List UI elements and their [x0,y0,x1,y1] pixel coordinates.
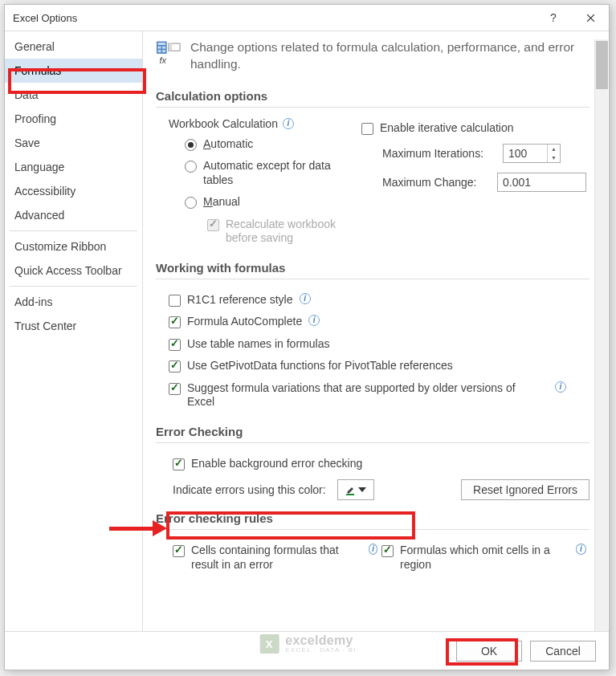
sidebar-item-language[interactable]: Language [5,155,142,179]
sidebar-item-label: Accessibility [14,185,75,198]
svg-rect-2 [158,47,161,49]
check-suggest-variations[interactable] [169,383,181,395]
check-table-names[interactable] [169,339,181,351]
content-scrollbar[interactable] [594,39,608,631]
sidebar-item-label: Customize Ribbon [14,240,106,253]
titlebar: Excel Options ? [5,5,609,31]
sidebar-item-label: General [14,40,55,53]
indicate-errors-label: Indicate errors using this color: [173,483,326,498]
max-iter-label: Maximum Iterations: [382,147,495,160]
sidebar-item-data[interactable]: Data [5,83,142,107]
svg-rect-9 [346,494,354,495]
svg-rect-4 [158,50,161,52]
sidebar-item-label: Trust Center [14,320,76,332]
info-icon[interactable]: i [283,118,294,129]
intro-text: Change options related to formula calcul… [190,39,589,73]
ok-button[interactable]: OK [456,641,522,662]
dialog-footer: OK Cancel [5,631,609,670]
sidebar-item-label: Proofing [14,112,56,125]
info-icon[interactable]: i [576,544,586,555]
radio-automatic[interactable] [185,139,197,151]
sidebar-item-label: Add-ins [14,295,52,308]
check-background-error[interactable] [173,458,185,470]
radio-auto-except[interactable] [185,161,197,173]
section-error-checking: Error Checking [156,420,589,443]
svg-rect-1 [158,43,165,45]
sidebar-item-save[interactable]: Save [5,131,142,155]
svg-rect-5 [162,50,165,52]
dialog-title: Excel Options [13,12,77,24]
sidebar-item-addins[interactable]: Add-ins [5,290,142,314]
section-calculation-options: Calculation options [156,84,589,108]
sidebar-item-trust-center[interactable]: Trust Center [5,314,142,338]
sidebar-item-advanced[interactable]: Advanced [5,203,142,227]
radio-manual[interactable] [185,197,197,209]
info-icon[interactable]: i [308,315,320,326]
reset-ignored-errors-button[interactable]: Reset Ignored Errors [461,479,589,500]
sidebar-item-accessibility[interactable]: Accessibility [5,179,142,203]
check-r1c1[interactable] [169,295,181,307]
help-button[interactable]: ? [535,5,572,31]
check-iterative[interactable] [361,123,373,135]
svg-text:fx: fx [160,55,167,65]
fill-icon [345,484,356,495]
workbook-calc-label: Workbook Calculationi [169,117,345,130]
info-icon[interactable]: i [369,544,377,555]
content-pane: fx Change options related to formula cal… [143,31,609,631]
sidebar-item-label: Language [14,161,64,173]
svg-rect-3 [162,47,165,49]
sidebar-item-customize-ribbon[interactable]: Customize Ribbon [5,234,142,259]
sidebar-item-label: Quick Access Toolbar [14,264,122,277]
info-icon[interactable]: i [300,293,311,304]
chevron-down-icon [358,487,366,492]
check-getpivotdata[interactable] [169,360,181,373]
sidebar: General Formulas Data Proofing Save Lang… [5,31,143,631]
sidebar-item-label: Formulas [14,64,61,77]
max-change-label: Maximum Change: [382,176,489,189]
max-change-input[interactable]: 0.001 [497,173,586,192]
section-error-rules: Error checking rules [156,507,589,530]
close-button[interactable] [572,5,609,31]
sidebar-item-label: Data [14,88,39,101]
sidebar-item-proofing[interactable]: Proofing [5,107,142,131]
info-icon[interactable]: i [555,381,566,393]
sidebar-item-label: Advanced [14,209,64,222]
check-formulas-omit-cells[interactable] [381,545,394,557]
excel-options-dialog: Excel Options ? General Formulas Data Pr… [4,4,610,670]
check-cells-formula-error[interactable] [173,545,185,557]
sidebar-item-formulas[interactable]: Formulas [5,59,142,83]
section-working-formulas: Working with formulas [156,256,589,279]
check-recalc-before-save [207,219,219,231]
cancel-button[interactable]: Cancel [530,641,596,662]
check-autocomplete[interactable] [169,316,181,328]
svg-rect-7 [168,43,172,51]
error-color-picker[interactable] [337,479,374,500]
formulas-icon: fx [156,39,181,67]
close-icon [586,14,595,22]
sidebar-item-general[interactable]: General [5,35,142,59]
sidebar-item-label: Save [14,136,40,149]
sidebar-item-quick-access[interactable]: Quick Access Toolbar [5,259,142,283]
max-iterations-input[interactable]: 100▲▼ [503,144,561,163]
